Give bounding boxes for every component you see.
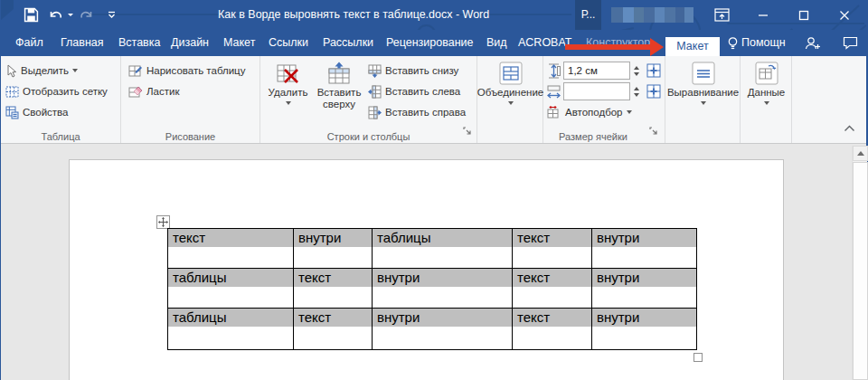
group-label-table: Таблица [1,131,120,142]
column-width-decrease[interactable] [634,93,639,97]
maximize-icon [798,10,809,21]
table-move-handle[interactable] [156,215,170,229]
tab-design[interactable]: Дизайн [171,30,209,56]
column-width-input[interactable] [563,82,630,100]
alignment-button[interactable]: Выравнивание [665,56,741,125]
table-cell[interactable]: внутри [294,229,373,269]
delete-button[interactable]: Удалить [263,56,313,125]
undo-dropdown[interactable] [66,0,75,30]
scroll-up-icon [857,151,864,156]
group-table: Выделить Отобразить сетку [1,56,121,143]
group-label-draw: Рисование [121,131,259,142]
eraser-button[interactable]: Ластик [128,81,245,101]
customize-qat-icon [108,11,116,19]
column-width-increase[interactable] [634,87,639,90]
insert-below-button[interactable]: Вставить снизу [368,61,466,81]
table-cell[interactable]: таблицы [168,269,294,309]
select-label: Выделить [21,65,69,76]
draw-table-button[interactable]: Нарисовать таблицу [128,61,245,81]
insert-left-button[interactable]: Вставить слева [368,81,466,101]
autofit-button[interactable]: Автоподбор [547,102,662,122]
ribbon-tab-bar: Файл Главная Вставка Дизайн Макет Ссылки… [1,30,866,56]
table-cell[interactable]: внутри [373,269,513,309]
scroll-up-button[interactable] [853,146,868,161]
insert-above-button[interactable]: Вставитьсверху [313,56,365,125]
group-rows-columns: Удалить Вставитьсверху [260,56,477,143]
view-gridlines-button[interactable]: Отобразить сетку [5,81,108,101]
comments-button[interactable] [838,30,862,56]
cell-size-dialog-launcher[interactable] [649,123,658,139]
tab-references[interactable]: Ссылки [269,30,308,56]
row-height-input[interactable]: 1,2 см [563,62,630,80]
properties-button[interactable]: Свойства [5,102,108,122]
minimize-button[interactable] [748,0,778,30]
undo-button[interactable] [44,0,68,30]
distribute-columns-icon[interactable] [646,84,662,100]
view-gridlines-icon [5,85,19,99]
column-width-icon [547,84,561,100]
distribute-rows-icon[interactable] [646,63,662,79]
undo-icon [48,8,64,23]
insert-above-icon [327,62,351,85]
close-button[interactable] [829,0,860,30]
close-icon [839,10,850,21]
table-cell[interactable]: текст [513,309,592,350]
table-cell[interactable]: внутри [592,309,697,350]
tab-layout[interactable]: Макет [223,30,255,56]
save-button[interactable] [18,0,43,30]
insert-right-button[interactable]: Вставить справа [368,102,466,122]
user-name-blurred [611,7,693,23]
rows-columns-dialog-launcher[interactable] [463,123,472,139]
table-cell[interactable]: текст [294,269,373,309]
tab-home[interactable]: Главная [61,30,104,56]
select-button[interactable]: Выделить [5,61,108,81]
insert-above-label-2: сверху [323,99,355,109]
scrollbar-thumb[interactable] [853,162,868,380]
data-label: Данные [748,87,786,99]
comment-icon [843,36,858,50]
maximize-button[interactable] [788,0,819,30]
eraser-icon [128,85,143,99]
table-cell[interactable]: таблицы [373,229,513,269]
tab-view[interactable]: Вид [486,30,507,56]
customize-qat-button[interactable] [102,0,120,30]
user-badge[interactable]: Р... [575,0,601,30]
document-area: текст внутри таблицы текст внутри таблиц… [1,144,866,380]
ribbon: Выделить Отобразить сетку [1,56,866,144]
table-cell[interactable]: таблицы [168,309,294,350]
table-resize-handle[interactable] [693,353,703,362]
group-draw: Нарисовать таблицу Ластик Рисование [121,56,260,143]
move-cross-icon [158,217,168,227]
tell-me-label[interactable]: Помощн [741,30,786,56]
table-cell[interactable]: текст [513,229,592,269]
tab-acrobat[interactable]: ACROBAT [518,30,572,56]
tab-mailings[interactable]: Рассылки [323,30,373,56]
share-contact-button[interactable] [800,30,824,56]
document-table[interactable]: текст внутри таблицы текст внутри таблиц… [167,228,697,350]
table-row: текст внутри таблицы текст внутри [168,229,697,269]
row-height-decrease[interactable] [634,72,639,76]
merge-button[interactable]: Объединение [477,56,543,125]
group-cell-size: 1,2 см [543,56,665,143]
group-label-rows-columns: Строки и столбцы [260,131,476,142]
table-cell[interactable]: внутри [592,229,697,269]
table-cell[interactable]: текст [168,229,294,269]
table-cell[interactable]: внутри [373,309,513,350]
table-cell[interactable]: внутри [592,269,697,309]
data-icon [755,62,778,85]
tab-file[interactable]: Файл [15,30,43,56]
ribbon-display-options-button[interactable] [706,0,737,30]
insert-below-icon [368,64,382,78]
tab-insert[interactable]: Вставка [118,30,160,56]
redo-button[interactable] [75,0,99,30]
group-label-cell-size: Размер ячейки [543,131,643,142]
data-button[interactable]: Данные [741,56,792,125]
tab-review[interactable]: Рецензирование [386,30,474,56]
tab-table-layout-active[interactable]: Макет [665,37,720,56]
word-window: Как в Ворде выровнять текст в таблице.do… [0,0,868,380]
table-cell[interactable]: текст [294,309,373,350]
vertical-scrollbar[interactable] [852,146,867,380]
table-cell[interactable]: текст [513,269,592,309]
row-height-increase[interactable] [634,66,639,70]
collapse-ribbon-button[interactable] [844,119,855,136]
